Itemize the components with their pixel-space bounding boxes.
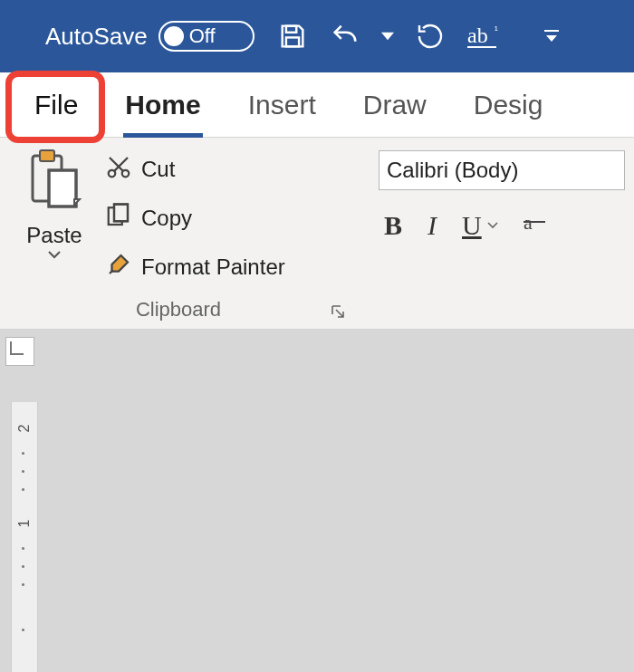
copy-button[interactable]: Copy (105, 197, 285, 239)
svg-text:¹: ¹ (495, 24, 498, 35)
undo-icon[interactable] (322, 13, 369, 60)
italic-button[interactable]: I (427, 210, 437, 241)
format-painter-button[interactable]: Format Painter (105, 246, 285, 288)
ruler-corner-icon[interactable] (5, 337, 34, 366)
tab-design[interactable]: Desig (450, 72, 543, 138)
svg-rect-8 (49, 170, 76, 206)
paste-dropdown-icon[interactable] (47, 246, 62, 263)
autosave-toggle-state: Off (189, 24, 216, 48)
tab-file[interactable]: File (11, 72, 101, 138)
tab-insert[interactable]: Insert (225, 72, 340, 138)
underline-dropdown-icon[interactable] (487, 218, 498, 233)
format-painter-label: Format Painter (141, 254, 285, 280)
ruler-tick (22, 583, 24, 586)
svg-text:ab: ab (467, 24, 488, 47)
svg-rect-13 (114, 205, 128, 222)
font-name-combobox[interactable]: Calibri (Body) (379, 150, 625, 190)
ruler-mark-1: 1 (16, 511, 33, 536)
ruler-tick (22, 565, 24, 568)
titlebar: AutoSave Off ab ¹ (0, 0, 634, 72)
cut-button[interactable]: Cut (105, 149, 285, 190)
spelling-icon[interactable]: ab ¹ (465, 13, 512, 60)
copy-label: Copy (141, 206, 192, 231)
svg-rect-7 (40, 150, 54, 161)
clipboard-dialog-launcher-icon[interactable] (328, 300, 348, 320)
ruler-tick (22, 470, 24, 473)
autosave-label: AutoSave (45, 23, 148, 51)
ribbon-tabs: File Home Insert Draw Desig (0, 72, 634, 138)
customize-qat-icon[interactable] (528, 13, 575, 60)
scissors-icon (105, 153, 132, 186)
group-font: Calibri (Body) B I U a (357, 138, 634, 329)
ruler-mark-2: 2 (16, 416, 33, 441)
autosave-toggle-knob (164, 26, 184, 46)
svg-point-11 (122, 170, 130, 178)
paste-icon (27, 149, 82, 219)
strikethrough-button[interactable]: a (524, 211, 551, 235)
group-clipboard-label: Clipboard (9, 296, 348, 323)
ruler-tick (22, 452, 24, 455)
ruler-tick (22, 547, 24, 550)
document-area[interactable]: 2 1 (0, 330, 634, 672)
tab-home[interactable]: Home (101, 72, 224, 138)
autosave-toggle[interactable]: Off (158, 21, 255, 52)
vertical-ruler[interactable]: 2 1 (11, 402, 38, 672)
underline-button[interactable]: U (462, 210, 498, 241)
ruler-tick (22, 629, 24, 631)
paste-button[interactable]: Paste (9, 147, 100, 296)
save-icon[interactable] (269, 13, 316, 60)
paste-label: Paste (26, 223, 82, 248)
cut-label: Cut (141, 157, 175, 182)
copy-icon (105, 202, 132, 235)
svg-rect-0 (286, 26, 296, 33)
svg-rect-5 (544, 30, 559, 32)
svg-point-10 (109, 170, 116, 178)
redo-icon[interactable] (407, 13, 454, 60)
paintbrush-icon (105, 251, 132, 283)
bold-button[interactable]: B (384, 210, 402, 241)
tab-draw[interactable]: Draw (340, 72, 450, 138)
ruler-tick (22, 488, 24, 491)
undo-dropdown-icon[interactable] (374, 30, 401, 43)
ribbon-body: Paste Cut (0, 138, 634, 330)
group-clipboard: Paste Cut (0, 138, 357, 329)
svg-rect-1 (286, 37, 299, 46)
